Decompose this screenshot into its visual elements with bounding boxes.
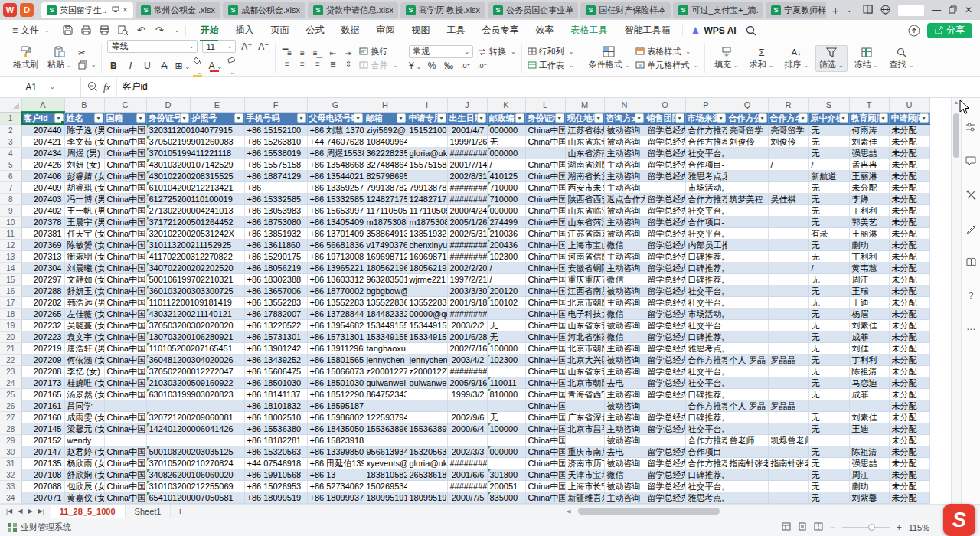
decrease-decimal-icon[interactable]: .0⁻ bbox=[476, 62, 488, 70]
view-page-icon[interactable] bbox=[798, 522, 807, 532]
cell-N15[interactable]: 微信 bbox=[604, 274, 645, 286]
row-header-27[interactable]: 27 bbox=[0, 412, 21, 423]
cell-P33[interactable]: 社交平台, bbox=[685, 481, 727, 492]
cell-F5[interactable]: +86 15575158 bbox=[244, 159, 307, 171]
cell-J13[interactable]: ######## bbox=[447, 251, 487, 263]
cell-O11[interactable]: 留学总经办 bbox=[645, 228, 685, 240]
filter-dropdown-icon[interactable]: ▾ bbox=[515, 113, 524, 123]
cell-Q30[interactable] bbox=[727, 446, 768, 458]
row-header-32[interactable]: 32 bbox=[0, 469, 21, 481]
cell-G20[interactable]: +86 1573130169 bbox=[307, 332, 364, 343]
cell-T32[interactable]: 周江 bbox=[849, 469, 889, 481]
row-header-4[interactable]: 4 bbox=[0, 148, 21, 159]
font-color-button[interactable]: A⌄ bbox=[208, 60, 220, 71]
cell-A25[interactable]: 207165 bbox=[21, 389, 64, 400]
cell-R9[interactable] bbox=[768, 205, 808, 217]
cell-T18[interactable]: 杨眉 bbox=[849, 309, 889, 320]
sheet-tab-11_28_5_1000[interactable]: 11_28_5_1000 bbox=[51, 505, 126, 518]
cell-R15[interactable] bbox=[768, 274, 808, 286]
cell-S29[interactable] bbox=[808, 435, 849, 446]
cell-U7[interactable]: 未分配 bbox=[889, 182, 929, 194]
cell-H30[interactable]: 956613934 bbox=[364, 446, 407, 458]
cell-D28[interactable]: 142401200006041426 bbox=[146, 423, 244, 435]
cell-L17[interactable]: China中国 bbox=[525, 297, 565, 309]
cell-R34[interactable] bbox=[768, 492, 808, 504]
cell-O2[interactable]: 留学总经办 bbox=[645, 125, 685, 136]
cell-U26[interactable]: 未分配 bbox=[889, 400, 929, 412]
cell-K11[interactable]: 210036 bbox=[487, 228, 525, 240]
cell-R20[interactable] bbox=[768, 332, 808, 343]
cell-G18[interactable]: +86 1372884468 bbox=[307, 309, 364, 320]
cell-A31[interactable]: 207135 bbox=[21, 458, 64, 469]
row-header-9[interactable]: 9 bbox=[0, 205, 21, 217]
sort-button[interactable]: A↓ 排序⌄ bbox=[780, 45, 812, 72]
increase-decimal-icon[interactable]: .0⁺ bbox=[459, 62, 472, 70]
cell-A16[interactable]: 207288 bbox=[21, 286, 64, 297]
cell-G26[interactable]: +86 18595187726 bbox=[307, 400, 364, 412]
row-header-30[interactable]: 30 bbox=[0, 446, 21, 458]
cell-L27[interactable]: China中国 bbox=[525, 412, 565, 423]
row-header-26[interactable]: 26 bbox=[0, 400, 21, 412]
cell-G6[interactable]: +86 1354402198 bbox=[307, 171, 364, 182]
add-sheet-button[interactable]: + bbox=[171, 505, 189, 517]
cell-F22[interactable]: +86 13439252 bbox=[244, 355, 307, 366]
row-header-29[interactable]: 29 bbox=[0, 435, 21, 446]
cell-P24[interactable]: 社交平台, bbox=[685, 377, 727, 389]
cell-I18[interactable]: 00000@qq bbox=[407, 309, 447, 320]
cell-I21[interactable] bbox=[407, 343, 447, 355]
cell-D31[interactable]: 370105200210270824 bbox=[146, 458, 244, 469]
cell-C34[interactable]: China中国 bbox=[104, 492, 146, 504]
cell-H23[interactable]: z20001227 bbox=[364, 366, 407, 377]
cell-T15[interactable]: 周江 bbox=[849, 274, 889, 286]
cell-C17[interactable]: China中国 bbox=[104, 297, 146, 309]
globe-icon[interactable] bbox=[880, 5, 890, 16]
cell-Q34[interactable] bbox=[727, 492, 768, 504]
cell-T19[interactable]: 刘素佳 bbox=[849, 320, 889, 332]
cell-A7[interactable]: 207409 bbox=[21, 182, 64, 194]
cell-I15[interactable]: wjrme221 bbox=[407, 274, 447, 286]
cell-R31[interactable]: 指南针张老 bbox=[768, 458, 808, 469]
cell-G4[interactable]: +86 周煜155380 bbox=[307, 148, 364, 159]
cell-K8[interactable]: 710000 bbox=[487, 194, 525, 205]
filter-dropdown-icon[interactable]: ▾ bbox=[136, 113, 145, 123]
share-button[interactable]: 分享 bbox=[927, 23, 972, 38]
cell-T21[interactable]: 刘佳 bbox=[849, 343, 889, 355]
cell-B30[interactable]: 赵君婷 (女 bbox=[64, 446, 104, 458]
cell-U6[interactable]: 未分配 bbox=[889, 171, 929, 182]
cell-T23[interactable]: 陈祖清 bbox=[849, 366, 889, 377]
cell-P16[interactable]: 社交平台, bbox=[685, 286, 727, 297]
column-header-H[interactable]: H bbox=[364, 98, 407, 112]
cell-L34[interactable]: China中国 bbox=[525, 492, 565, 504]
cell-L11[interactable]: China中国 bbox=[525, 228, 565, 240]
cell-R16[interactable] bbox=[768, 286, 808, 297]
cell-I5[interactable]: 155751588 bbox=[407, 159, 447, 171]
cell-O10[interactable]: 留学总经办 bbox=[645, 217, 685, 228]
cell-O4[interactable]: 留学总经办 bbox=[645, 148, 685, 159]
underline-button[interactable]: U bbox=[141, 60, 153, 71]
cell-T10[interactable]: 郭美艺 bbox=[849, 217, 889, 228]
cell-F20[interactable]: +86 15731301 bbox=[244, 332, 307, 343]
filter-button[interactable]: 筛选⌄ bbox=[815, 45, 848, 72]
cell-L24[interactable]: China中国 bbox=[525, 377, 565, 389]
align-top-icon[interactable]: ▔≡ bbox=[281, 49, 292, 57]
cell-T7[interactable]: 未分配 bbox=[849, 182, 889, 194]
cell-Q8[interactable]: 筑梦美程 bbox=[727, 194, 768, 205]
cell-S11[interactable]: 有录 bbox=[808, 228, 849, 240]
cell-O13[interactable]: 留学总经办 bbox=[645, 251, 685, 263]
cell-O9[interactable]: 留学总经办 bbox=[645, 205, 685, 217]
cell-U24[interactable]: 未分配 bbox=[889, 377, 929, 389]
cell-Q1[interactable]: 合作方公▾ bbox=[727, 112, 768, 125]
cell-U34[interactable]: 未分配 bbox=[889, 492, 929, 504]
cell-J9[interactable]: 2000/4/24 bbox=[447, 205, 487, 217]
cell-R25[interactable] bbox=[768, 389, 808, 400]
cell-F7[interactable]: +86 bbox=[244, 182, 307, 194]
cell-C9[interactable]: China中国 bbox=[104, 205, 146, 217]
cell-T13[interactable]: 丁利利 bbox=[849, 251, 889, 263]
cell-H14[interactable]: 180562196 bbox=[364, 263, 407, 274]
cell-P9[interactable]: 社交平台, bbox=[685, 205, 727, 217]
cell-D15[interactable]: 500106199702210321 bbox=[146, 274, 244, 286]
cell-F26[interactable]: +86 18101832 bbox=[244, 400, 307, 412]
cell-H16[interactable]: bgbgbow@ bbox=[364, 286, 407, 297]
cell-B23[interactable]: 李忆 (女) bbox=[64, 366, 104, 377]
cell-S1[interactable]: 原中介机▾ bbox=[808, 112, 849, 125]
